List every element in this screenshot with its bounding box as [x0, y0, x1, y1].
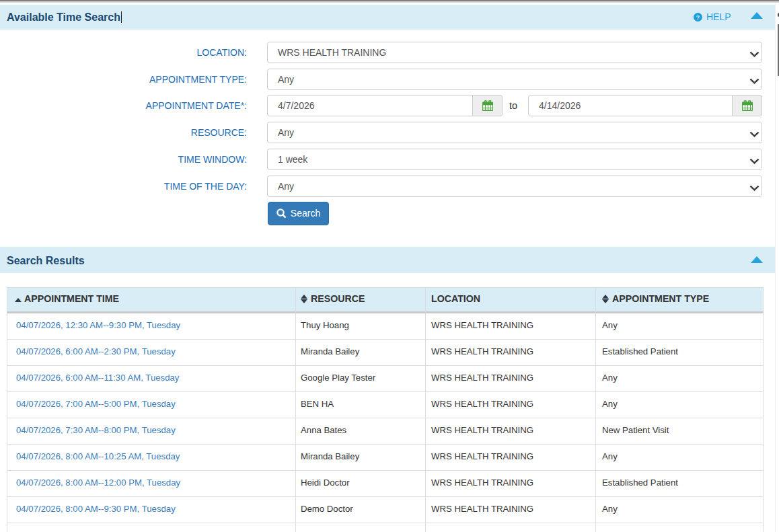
- svg-text:?: ?: [696, 13, 700, 21]
